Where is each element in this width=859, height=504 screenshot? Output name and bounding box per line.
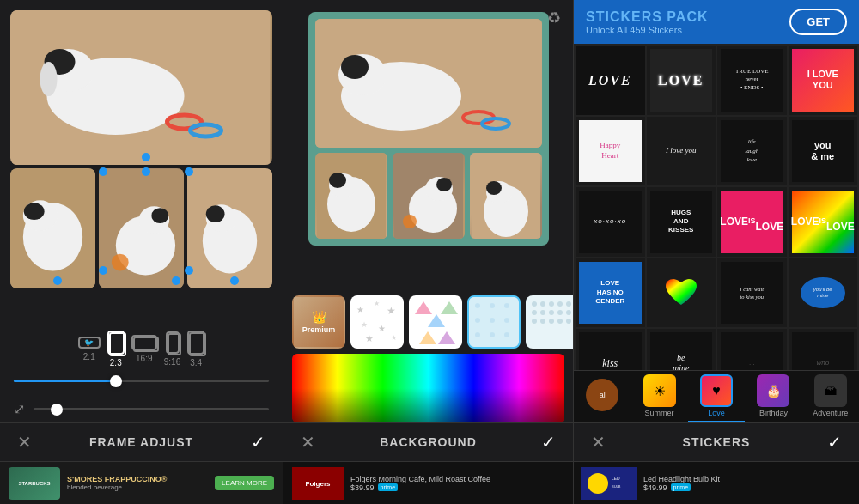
sticker-partial-1[interactable]: ... [717, 329, 787, 370]
pattern-stars[interactable]: ★ ★ ★ ★ ★ ★ ★ [350, 295, 404, 349]
sticker-rainbow-heart[interactable] [647, 258, 716, 328]
sticker-love-is-love-rainbow[interactable]: LOVEISLOVE [789, 187, 858, 257]
ratio-btn-169[interactable]: 16:9 [131, 335, 157, 363]
sticker-cant-wait[interactable]: I cant waitto kiss you [717, 258, 787, 328]
ratio-label-34: 3:4 [190, 358, 202, 367]
adj-dot[interactable] [230, 276, 239, 285]
slider-area-1 [0, 374, 283, 396]
category-summer[interactable]: ☀ Summer [631, 371, 687, 422]
svg-point-80 [549, 319, 554, 324]
svg-point-19 [206, 205, 225, 222]
slider-thumb-2[interactable] [51, 404, 63, 416]
ad-cta-left[interactable]: LEARN MORE [215, 476, 274, 490]
get-stickers-button[interactable]: GET [789, 9, 847, 35]
svg-point-62 [490, 318, 495, 323]
adj-dot[interactable] [53, 276, 62, 285]
ratio-btn-34[interactable]: 3:4 [187, 331, 204, 367]
sticker-kiss[interactable]: kiss [576, 329, 645, 370]
adj-dot-br[interactable] [185, 266, 193, 275]
sticker-hugs-kisses[interactable]: HUGSANDKISSES [647, 187, 716, 257]
sticker-you-mine[interactable]: you'll bemine [789, 258, 858, 328]
adj-dot-center[interactable] [142, 167, 150, 176]
ratio-btn-21[interactable]: 🐦 2:1 [78, 337, 101, 361]
pattern-triangles[interactable] [409, 295, 462, 349]
collage-area [0, 0, 283, 324]
confirm-button-mid[interactable]: ✓ [541, 432, 556, 452]
mid-bottom-row [315, 153, 542, 239]
confirm-button-right[interactable]: ✓ [827, 432, 842, 452]
sticker-xoxo[interactable]: xo·xo·xo [576, 187, 645, 257]
svg-point-77 [566, 310, 571, 315]
background-label: BACKGROUND [380, 435, 477, 449]
mid-cell-2[interactable] [393, 153, 465, 239]
cancel-button-right[interactable]: ✕ [591, 432, 606, 452]
svg-text:★: ★ [356, 305, 364, 314]
category-love[interactable]: ♥ Love [688, 371, 745, 422]
pattern-premium[interactable]: 👑 Premium [292, 295, 345, 349]
photo-cell-bottom-1[interactable] [10, 168, 95, 288]
svg-point-60 [504, 303, 509, 308]
ratio-label-916: 9:16 [164, 357, 180, 367]
ratio-label-21: 2:1 [83, 352, 95, 361]
slider-track-1[interactable] [14, 380, 269, 382]
photo-cell-bottom-2[interactable] [99, 168, 184, 288]
category-text-birthday: Birthday [759, 409, 788, 417]
ratio-btn-23[interactable]: 2:3 [107, 331, 125, 367]
ad-price-mid: $39.99 [350, 483, 375, 492]
ad-price-right: $49.99 [643, 483, 667, 492]
sticker-love-no-gender[interactable]: LOVEHAS NOGENDER [576, 258, 645, 328]
slider-track-2[interactable] [34, 408, 269, 410]
sticker-partial-2[interactable]: who [789, 329, 858, 370]
pattern-dots[interactable] [526, 295, 573, 349]
svg-point-82 [566, 319, 571, 324]
ad-text-left: S'MORES FRAPPUCCINO® blended beverage [67, 475, 208, 491]
cancel-button-left[interactable]: ✕ [17, 432, 32, 452]
sticker-love-1[interactable]: LOVE [576, 46, 645, 115]
background-panel: ♻ [283, 0, 574, 504]
sticker-happy-heart[interactable]: HappyHeart [576, 117, 645, 186]
sticker-love-is-love-pink[interactable]: LOVEISLOVE [717, 187, 787, 257]
svg-text:★: ★ [378, 324, 386, 333]
photo-cell-bottom-3[interactable] [187, 168, 272, 288]
color-picker[interactable] [292, 354, 564, 422]
svg-point-14 [151, 208, 168, 223]
expand-icon[interactable]: ⤢ [14, 401, 25, 417]
sticker-love-2[interactable]: LOVE [647, 46, 716, 115]
sticker-i-love-you[interactable]: I LOVEYOU [789, 46, 858, 115]
bottom-bar-left: ✕ FRAME ADJUST ✓ [0, 422, 283, 461]
sticker-life-laugh-love[interactable]: lifelaughlove [717, 117, 787, 186]
sticker-i-love-you-dark[interactable]: I love you [647, 117, 716, 186]
mid-top-photo[interactable] [315, 19, 542, 148]
adj-dot[interactable] [142, 153, 150, 161]
category-al[interactable]: al [574, 371, 631, 422]
ratio-label-169: 16:9 [136, 354, 152, 363]
category-img-al: al [586, 379, 618, 411]
photo-cell-top[interactable] [10, 10, 272, 165]
category-adventure[interactable]: 🏔 Adventure [802, 371, 859, 422]
svg-point-69 [540, 301, 545, 307]
cancel-button-mid[interactable]: ✕ [301, 432, 315, 452]
pattern-selected[interactable] [467, 295, 521, 349]
sticker-be-mine[interactable]: bemine [647, 329, 716, 370]
sticker-true-love[interactable]: TRUE LOVEnever• ENDS • [717, 46, 787, 115]
mid-cell-3[interactable] [470, 153, 542, 239]
recycle-icon-mid[interactable]: ♻ [547, 9, 561, 27]
slider-thumb-1[interactable] [110, 375, 122, 387]
svg-point-58 [475, 303, 480, 308]
collage-top-row [10, 10, 272, 165]
prime-badge-mid: prime [378, 483, 399, 491]
category-birthday[interactable]: 🎂 Birthday [745, 371, 801, 422]
adj-dot-right[interactable] [185, 167, 193, 176]
confirm-button-left[interactable]: ✓ [251, 432, 265, 452]
ad-subtitle-left: blended beverage [67, 483, 208, 491]
ratio-btn-916[interactable]: 9:16 [164, 331, 180, 367]
svg-text:★: ★ [374, 300, 380, 307]
crown-icon: 👑 [312, 310, 326, 324]
ratio-bar: 🐦 2:1 2:3 16:9 [0, 324, 283, 374]
mid-collage-inner [308, 12, 549, 246]
adj-dot[interactable] [172, 276, 180, 285]
adj-dot-left[interactable] [99, 167, 107, 176]
mid-cell-1[interactable] [315, 153, 387, 239]
adj-dot-bl[interactable] [99, 266, 107, 275]
sticker-you-and-me[interactable]: you& me [789, 117, 858, 186]
